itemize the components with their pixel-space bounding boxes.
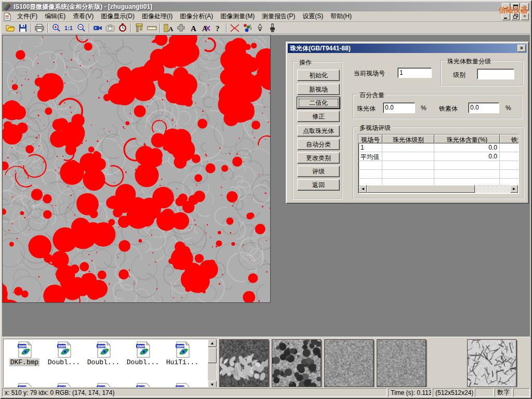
menu-image-measure[interactable]: 图像测量(M) [217,11,258,22]
percent-group-label: 百分含量 [358,91,386,100]
move-cross-icon[interactable] [175,22,187,34]
zoom-out-icon[interactable] [75,22,87,34]
pen-icon[interactable] [254,22,266,34]
status-position: x: 510 y: 79 idx: 0 RGB: (174, 174, 174) [2,388,387,397]
init-button[interactable]: 初始化 [297,70,340,81]
file-name[interactable]: HuiTi... [165,358,200,366]
file-v-scrollbar[interactable]: ▲ ▼ [208,339,217,389]
thumbnail-2[interactable] [272,339,321,387]
bottom-panel: BMP DKF.bmp BMP Doubl... [2,337,530,390]
toolbar-separator [130,23,131,33]
classify-dots-icon[interactable]: 13 [241,22,254,34]
actual-size-icon[interactable]: 1:1 [62,22,75,34]
scroll-up-icon[interactable]: ▲ [208,339,217,347]
cell-pearlite: 0.0 [434,152,500,161]
micrograph-image[interactable] [2,35,271,303]
micrograph-canvas[interactable] [3,35,270,302]
table-row[interactable]: 1 0.0 [358,143,518,152]
menu-view[interactable]: 查看(V) [69,11,97,22]
zoom-in-icon[interactable] [50,22,62,34]
scroll-thumb[interactable] [208,348,217,363]
thumbnail-5[interactable] [467,339,516,387]
table-h-scrollbar[interactable]: ◄ ► [359,185,518,193]
return-button[interactable]: 返回 [297,179,340,191]
file-item[interactable]: BMP Doubl... [84,341,123,366]
col-pearlite-content: 珠光体含量(%) [434,135,500,143]
help-icon[interactable]: ? [212,22,224,34]
menu-image-analysis[interactable]: 图像分析(A) [176,11,217,22]
scroll-right-icon[interactable]: ► [510,185,518,193]
svg-text:?: ? [216,24,220,32]
table-row[interactable]: 平均值 0.0 [358,152,518,161]
timer-icon[interactable] [116,22,129,34]
dialog-close-button[interactable]: × [517,45,526,52]
operations-group-label: 操作 [298,58,313,67]
menu-measure-report[interactable]: 测量报告(P) [258,11,299,22]
print-icon[interactable] [33,22,46,34]
cell-pearlite: 0.0 [434,143,500,152]
rating-table[interactable]: 视场号 珠光体级别 珠光体含量(%) 铁素体 1 0.0 平均值 [358,134,519,194]
scroll-track[interactable] [475,185,510,193]
camera-icon[interactable] [104,22,116,34]
status-blank-1 [475,388,494,397]
new-field-button[interactable]: 新视场 [297,84,340,95]
ferrite-percent-input[interactable]: 0.0 [468,102,499,113]
menu-help[interactable]: 帮助(H) [327,11,355,22]
grade-group: 珠光体数量分级 级别 [441,60,524,86]
file-name[interactable]: Doubl... [126,358,160,366]
auto-classify-button[interactable]: 自动分类 [297,139,340,150]
mdi-client-area: 珠光体(GB/T9441-88) × 操作 初始化 新视场 二值化 修正 点取珠… [2,35,530,337]
file-item[interactable]: BMP Doubl... [123,341,163,366]
col-pearlite-grade: 珠光体级别 [382,135,434,143]
video-camera-icon[interactable] [91,22,104,34]
svg-text:BMP: BMP [137,344,145,348]
scroll-thumb[interactable] [367,185,475,193]
menu-image-display[interactable]: 图像显示(D) [97,11,138,22]
file-item[interactable]: BMP HuiTi... [163,341,202,366]
file-item[interactable]: BMP Doubl... [44,341,84,366]
menu-settings[interactable]: 设置(S) [299,11,327,22]
dialog-title: 珠光体(GB/T9441-88) [290,44,351,53]
title-bar: IS100显微摄像系统(金相分析版) - [zhuguangti01] × [2,2,530,11]
pearlite-unit: % [421,104,427,112]
pick-pearlite-button[interactable]: 点取珠光体 [297,125,340,137]
grade-input[interactable] [477,69,514,79]
file-name[interactable]: Doubl... [86,358,121,366]
change-class-button[interactable]: 更改类别 [297,152,340,164]
rate-button[interactable]: 评级 [297,166,340,177]
rating-group-label: 多视场评级 [358,124,392,132]
thumbnail-1[interactable] [219,339,269,387]
table-row-empty [358,170,518,179]
thumbnail-4[interactable] [377,339,426,387]
brush-icon[interactable] [266,22,278,34]
pearlite-dialog: 珠光体(GB/T9441-88) × 操作 初始化 新视场 二值化 修正 点取珠… [286,42,529,204]
file-name[interactable]: Doubl... [47,358,81,366]
caliper-icon[interactable] [133,22,145,34]
menu-edit[interactable]: 编辑(E) [41,11,69,22]
menu-image-process[interactable]: 图像处理(I) [138,11,176,22]
pearlite-percent-input[interactable]: 0.0 [383,102,415,113]
bmp-file-icon: BMP [56,341,72,358]
save-icon[interactable] [17,22,29,34]
menu-file[interactable]: 文件(F) [14,11,41,22]
correct-button[interactable]: 修正 [297,111,340,122]
status-bar: x: 510 y: 79 idx: 0 RGB: (174, 174, 174)… [2,387,530,397]
svg-text:BMP: BMP [19,344,27,348]
dialog-title-bar[interactable]: 珠光体(GB/T9441-88) × [288,44,527,53]
text-style-icon[interactable]: A [200,22,212,34]
file-item[interactable]: BMP DKF.bmp [5,341,44,366]
thumbnail-3[interactable] [324,339,374,387]
ruler-icon[interactable] [145,22,158,34]
toolbar-separator [89,23,90,33]
document-icon[interactable] [3,12,12,21]
file-name[interactable]: DKF.bmp [9,358,40,366]
current-view-input[interactable]: 1 [397,68,432,78]
binarize-button[interactable]: 二值化 [297,97,340,109]
percent-group: 百分含量 珠光体 0.0 % 铁素体 0.0 % [353,94,522,119]
file-browser[interactable]: BMP DKF.bmp BMP Doubl... [3,339,217,389]
open-file-icon[interactable] [4,22,17,34]
scroll-left-icon[interactable]: ◄ [359,185,367,193]
text-icon[interactable]: A [187,22,200,34]
calibration-curve-icon[interactable] [229,22,241,34]
measure-text-icon[interactable]: A [162,22,175,34]
